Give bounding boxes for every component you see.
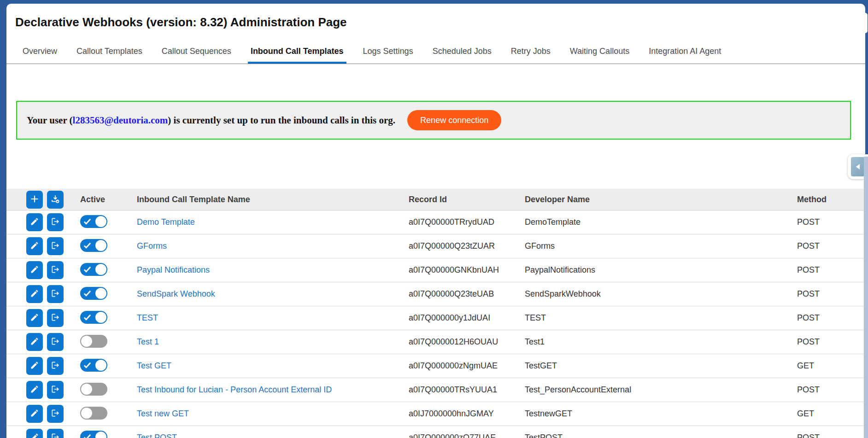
active-toggle[interactable]	[80, 431, 107, 438]
import-template-button[interactable]	[47, 191, 64, 209]
user-email-link[interactable]: l283563@deutoria.com	[73, 115, 168, 126]
template-name-link[interactable]: Demo Template	[137, 217, 195, 227]
template-name-link[interactable]: GForms	[137, 241, 167, 251]
export-template-button[interactable]	[47, 333, 64, 351]
pencil-icon	[30, 265, 39, 275]
active-cell	[80, 311, 137, 326]
pencil-icon	[30, 337, 39, 347]
active-toggle[interactable]	[80, 287, 107, 300]
row-actions	[26, 261, 80, 279]
export-template-button[interactable]	[47, 381, 64, 399]
download-check-icon	[50, 194, 60, 205]
table-scrollbar[interactable]	[864, 157, 868, 438]
pencil-icon	[30, 385, 39, 395]
inbound-templates-table: Active Inbound Call Template Name Record…	[6, 189, 865, 438]
export-template-button[interactable]	[47, 309, 64, 327]
row-actions	[26, 429, 80, 438]
export-arrow-icon	[51, 385, 60, 395]
developer-name-cell: PaypalNotifications	[525, 265, 797, 275]
active-cell	[80, 359, 137, 374]
export-template-button[interactable]	[47, 357, 64, 375]
renew-connection-button[interactable]: Renew connection	[407, 110, 501, 130]
record-id-cell: a0I7Q00000Q23tZUAR	[409, 241, 525, 251]
record-id-cell: a0I7Q00000Q23teUAB	[409, 289, 525, 299]
edit-template-button[interactable]	[26, 237, 43, 255]
tab-callout-sequences[interactable]: Callout Sequences	[159, 44, 234, 64]
export-template-button[interactable]	[47, 261, 64, 279]
check-icon	[83, 314, 91, 323]
developer-name-cell: DemoTemplate	[525, 217, 797, 227]
edit-template-button[interactable]	[26, 285, 43, 303]
tab-retry-jobs[interactable]: Retry Jobs	[508, 44, 553, 64]
connection-notice: Your user (l283563@deutoria.com) is curr…	[16, 101, 851, 140]
page-title: Declarative Webhooks (version: 8.32) Adm…	[15, 15, 865, 29]
tab-scheduled-jobs[interactable]: Scheduled Jobs	[430, 44, 494, 64]
active-toggle[interactable]	[80, 311, 107, 324]
template-name-link[interactable]: TEST	[137, 313, 158, 322]
export-arrow-icon	[51, 313, 60, 323]
export-template-button[interactable]	[47, 285, 64, 303]
template-name-link[interactable]: SendSpark Webhook	[137, 289, 215, 298]
active-cell	[80, 431, 137, 438]
template-name-link[interactable]: Test new GET	[137, 409, 189, 418]
tab-overview[interactable]: Overview	[20, 44, 60, 64]
toggle-knob	[95, 264, 106, 275]
edit-template-button[interactable]	[26, 261, 43, 279]
pencil-icon	[30, 409, 39, 419]
add-template-button[interactable]	[26, 191, 43, 209]
active-toggle[interactable]	[80, 215, 107, 228]
edit-template-button[interactable]	[26, 405, 43, 423]
active-cell	[80, 215, 137, 230]
edit-template-button[interactable]	[26, 309, 43, 327]
pencil-icon	[30, 241, 39, 251]
active-toggle[interactable]	[80, 263, 107, 276]
check-icon	[83, 290, 91, 299]
developer-name-cell: TestPOST	[525, 433, 797, 438]
export-template-button[interactable]	[47, 429, 64, 438]
toggle-knob	[81, 384, 92, 395]
active-toggle[interactable]	[80, 335, 107, 348]
export-template-button[interactable]	[47, 405, 64, 423]
method-cell: GET	[797, 361, 865, 371]
template-name-link[interactable]: Test GET	[137, 361, 171, 370]
table-toolbar	[26, 191, 80, 209]
export-template-button[interactable]	[47, 213, 64, 231]
row-actions	[26, 357, 80, 375]
row-actions	[26, 309, 80, 327]
template-name-link[interactable]: Paypal Notifications	[137, 265, 210, 274]
edit-template-button[interactable]	[26, 429, 43, 438]
tab-inbound-call-templates[interactable]: Inbound Call Templates	[248, 44, 346, 64]
tab-waiting-callouts[interactable]: Waiting Callouts	[567, 44, 632, 64]
template-name-link[interactable]: Test POST	[137, 433, 177, 438]
edit-template-button[interactable]	[26, 213, 43, 231]
method-cell: POST	[797, 265, 865, 275]
check-icon	[83, 242, 91, 251]
method-cell: POST	[797, 313, 865, 323]
template-name-link[interactable]: Test Inbound for Lucian - Person Account…	[137, 385, 332, 394]
template-name-link[interactable]: Test 1	[137, 337, 159, 346]
tab-integration-ai-agent[interactable]: Integration AI Agent	[646, 44, 724, 64]
table-row: TEST a0I7Q000000y1JdUAI TEST POST	[6, 306, 865, 330]
toggle-knob	[95, 312, 106, 323]
tab-bar: OverviewCallout TemplatesCallout Sequenc…	[6, 44, 865, 64]
record-id-cell: a0I7Q000000zO77UAE	[409, 433, 525, 438]
browser-scrollbar-thumb[interactable]	[863, 13, 868, 33]
tab-callout-templates[interactable]: Callout Templates	[74, 44, 145, 64]
record-id-cell: a0I7Q00000GNKbnUAH	[409, 265, 525, 275]
record-id-cell: a0I7Q000000zNgmUAE	[409, 361, 525, 371]
active-toggle[interactable]	[80, 359, 107, 372]
edit-template-button[interactable]	[26, 333, 43, 351]
developer-name-cell: SendSparkWebhook	[525, 289, 797, 299]
export-template-button[interactable]	[47, 237, 64, 255]
edit-template-button[interactable]	[26, 357, 43, 375]
edit-template-button[interactable]	[26, 381, 43, 399]
plus-icon	[29, 194, 40, 205]
active-toggle[interactable]	[80, 407, 107, 420]
active-toggle[interactable]	[80, 383, 107, 396]
tab-logs-settings[interactable]: Logs Settings	[360, 44, 416, 64]
chevron-left-icon	[851, 157, 865, 176]
notice-text-before: Your user (	[27, 115, 73, 126]
active-toggle[interactable]	[80, 239, 107, 252]
method-cell: POST	[797, 337, 865, 347]
developer-name-cell: GForms	[525, 241, 797, 251]
